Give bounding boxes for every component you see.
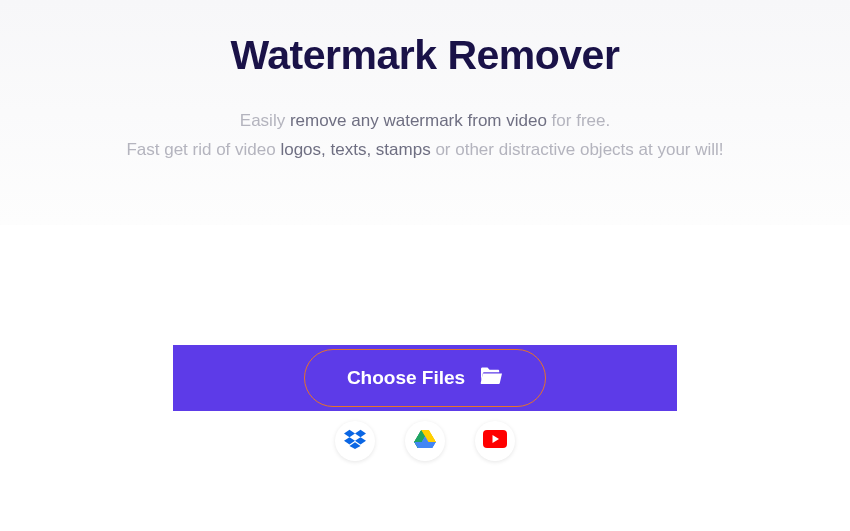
- choose-files-button[interactable]: Choose Files: [304, 349, 546, 407]
- subtitle-1-bold: remove any watermark from video: [290, 111, 547, 130]
- hero-section: Watermark Remover Easily remove any wate…: [0, 0, 850, 225]
- google-drive-button[interactable]: [405, 421, 445, 461]
- svg-marker-5: [414, 442, 435, 448]
- youtube-icon: [483, 430, 507, 452]
- youtube-button[interactable]: [475, 421, 515, 461]
- page-title: Watermark Remover: [0, 32, 850, 79]
- folder-icon: [479, 364, 503, 391]
- subtitle-line-1: Easily remove any watermark from video f…: [0, 107, 850, 136]
- source-row: [335, 421, 515, 461]
- upload-area: Choose Files: [0, 345, 850, 461]
- subtitle-1-post: for free.: [547, 111, 610, 130]
- choose-files-label: Choose Files: [347, 367, 465, 389]
- subtitle-1-pre: Easily: [240, 111, 290, 130]
- dropbox-icon: [344, 428, 366, 454]
- subtitle-2-post: or other distractive objects at your wil…: [431, 140, 724, 159]
- dropbox-button[interactable]: [335, 421, 375, 461]
- upload-bar[interactable]: Choose Files: [173, 345, 677, 411]
- subtitle-line-2: Fast get rid of video logos, texts, stam…: [0, 136, 850, 165]
- google-drive-icon: [414, 429, 436, 453]
- subtitle-2-pre: Fast get rid of video: [126, 140, 280, 159]
- subtitle-2-bold: logos, texts, stamps: [280, 140, 430, 159]
